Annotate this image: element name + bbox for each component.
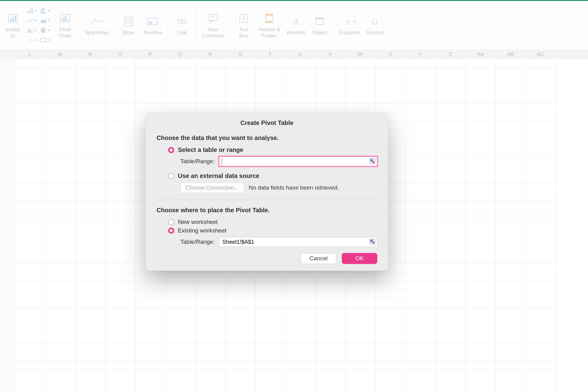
grid-cell[interactable] [405,263,435,272]
grid-cell[interactable] [195,86,225,95]
grid-cell[interactable] [466,210,496,219]
grid-cell[interactable] [405,59,435,68]
grid-cell[interactable] [105,148,135,157]
grid-cell[interactable] [105,77,135,86]
grid-cell[interactable] [285,68,315,77]
grid-cell[interactable] [255,343,285,352]
grid-cell[interactable] [345,281,375,290]
grid-cell[interactable] [165,68,195,77]
grid-cell[interactable] [466,281,496,290]
grid-cell[interactable] [75,95,105,104]
grid-cell[interactable] [405,317,435,326]
grid-cell[interactable] [75,334,105,343]
grid-cell[interactable] [466,299,496,308]
grid-cell[interactable] [375,388,405,392]
range-picker-icon[interactable] [370,239,376,245]
grid-cell[interactable] [75,121,105,130]
grid-cell[interactable] [526,148,556,157]
grid-cell[interactable] [526,201,556,210]
grid-cell[interactable] [255,352,285,361]
grid-cell[interactable] [105,175,135,183]
grid-cell[interactable] [466,192,496,201]
grid-cell[interactable] [345,326,375,334]
grid-cell[interactable] [405,112,435,121]
grid-cell[interactable] [105,219,135,228]
column-header[interactable]: T [255,50,285,59]
grid-cell[interactable] [165,299,195,308]
grid-cell[interactable] [225,379,255,388]
grid-cell[interactable] [315,290,345,299]
grid-cell[interactable] [255,104,285,112]
grid-cell[interactable] [105,157,135,166]
grid-cell[interactable] [435,246,466,254]
object-button[interactable]: Object [311,15,328,36]
grid-cell[interactable] [496,246,526,254]
grid-cell[interactable] [405,272,435,281]
grid-cell[interactable] [15,228,45,237]
grid-cell[interactable] [285,59,315,68]
grid-cell[interactable] [526,77,556,86]
grid-cell[interactable] [405,281,435,290]
grid-cell[interactable] [435,95,466,104]
grid-cell[interactable] [435,192,466,201]
grid-cell[interactable] [526,308,556,317]
grid-cell[interactable] [315,68,345,77]
grid-cell[interactable] [75,352,105,361]
grid-cell[interactable] [496,166,526,175]
grid-cell[interactable] [45,379,75,388]
grid-cell[interactable] [255,317,285,326]
row-header[interactable] [0,237,15,246]
grid-cell[interactable] [15,379,45,388]
grid-cell[interactable] [75,308,105,317]
grid-cell[interactable] [375,361,405,370]
grid-cell[interactable] [135,370,165,379]
grid-cell[interactable] [496,272,526,281]
grid-cell[interactable] [375,77,405,86]
grid-cell[interactable] [45,219,75,228]
grid-cell[interactable] [75,388,105,392]
grid-cell[interactable] [15,326,45,334]
grid-cell[interactable] [105,272,135,281]
grid-cell[interactable] [105,352,135,361]
grid-cell[interactable] [496,308,526,317]
grid-cell[interactable] [105,343,135,352]
grid-cell[interactable] [526,175,556,183]
row-header[interactable] [0,157,15,166]
grid-cell[interactable] [496,352,526,361]
grid-cell[interactable] [195,308,225,317]
row-header[interactable] [0,272,15,281]
row-header[interactable] [0,317,15,326]
grid-cell[interactable] [15,59,45,68]
grid-cell[interactable] [375,343,405,352]
grid-cell[interactable] [496,317,526,326]
grid-cell[interactable] [45,272,75,281]
grid-cell[interactable] [165,308,195,317]
grid-cell[interactable] [345,308,375,317]
grid-cell[interactable] [496,95,526,104]
grid-cell[interactable] [526,317,556,326]
grid-cell[interactable] [105,317,135,326]
location-range-input-field[interactable] [222,237,368,247]
grid-cell[interactable] [195,388,225,392]
grid-cell[interactable] [105,254,135,263]
grid-cell[interactable] [195,334,225,343]
column-header[interactable]: S [225,50,255,59]
grid-cell[interactable] [496,112,526,121]
grid-cell[interactable] [165,370,195,379]
grid-cell[interactable] [225,317,255,326]
grid-cell[interactable] [375,308,405,317]
row-header[interactable] [0,352,15,361]
grid-cell[interactable] [466,237,496,246]
grid-cell[interactable] [225,86,255,95]
grid-cell[interactable] [45,299,75,308]
grid-cell[interactable] [285,326,315,334]
grid-cell[interactable] [435,201,466,210]
grid-cell[interactable] [135,299,165,308]
grid-cell[interactable] [255,86,285,95]
grid-cell[interactable] [105,361,135,370]
grid-cell[interactable] [75,254,105,263]
grid-cell[interactable] [225,68,255,77]
grid-cell[interactable] [435,343,466,352]
grid-cell[interactable] [45,228,75,237]
grid-cell[interactable] [255,370,285,379]
